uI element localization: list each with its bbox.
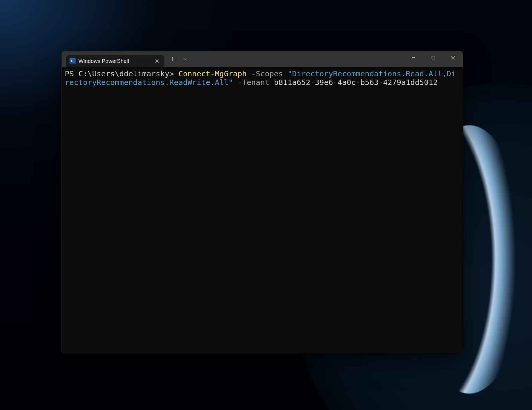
powershell-icon: >_ [70, 58, 76, 64]
param-tenant: -Tenant [238, 78, 270, 87]
tenant-value: b811a652-39e6-4a0c-b563-4279a1dd5012 [274, 78, 438, 87]
tab-powershell[interactable]: >_ Windows PowerShell [66, 55, 164, 67]
tab-title: Windows PowerShell [79, 58, 151, 64]
svg-rect-0 [432, 56, 435, 59]
tab-strip: >_ Windows PowerShell [62, 51, 191, 67]
tab-close-button[interactable] [154, 58, 160, 64]
command-name: Connect-MgGraph [179, 69, 247, 78]
powershell-icon-label: >_ [70, 59, 75, 63]
minimize-button[interactable] [404, 51, 423, 64]
maximize-icon [431, 56, 435, 60]
chevron-down-icon [183, 57, 187, 61]
param-scopes: -Scopes [251, 69, 283, 78]
title-bar[interactable]: >_ Windows PowerShell [62, 51, 463, 67]
new-tab-button[interactable] [166, 53, 179, 65]
tab-actions [164, 51, 191, 67]
minimize-icon [411, 55, 416, 60]
terminal-window: >_ Windows PowerShell [61, 51, 463, 353]
maximize-button[interactable] [423, 51, 443, 64]
window-close-button[interactable] [443, 51, 463, 64]
window-controls [404, 51, 463, 64]
prompt-text: PS C:\Users\ddelimarsky> [65, 69, 179, 78]
tab-dropdown-button[interactable] [179, 53, 191, 65]
close-icon [155, 59, 159, 63]
terminal-body[interactable]: PS C:\Users\ddelimarsky> Connect-MgGraph… [62, 67, 463, 353]
close-icon [451, 56, 455, 60]
plus-icon [170, 57, 175, 61]
